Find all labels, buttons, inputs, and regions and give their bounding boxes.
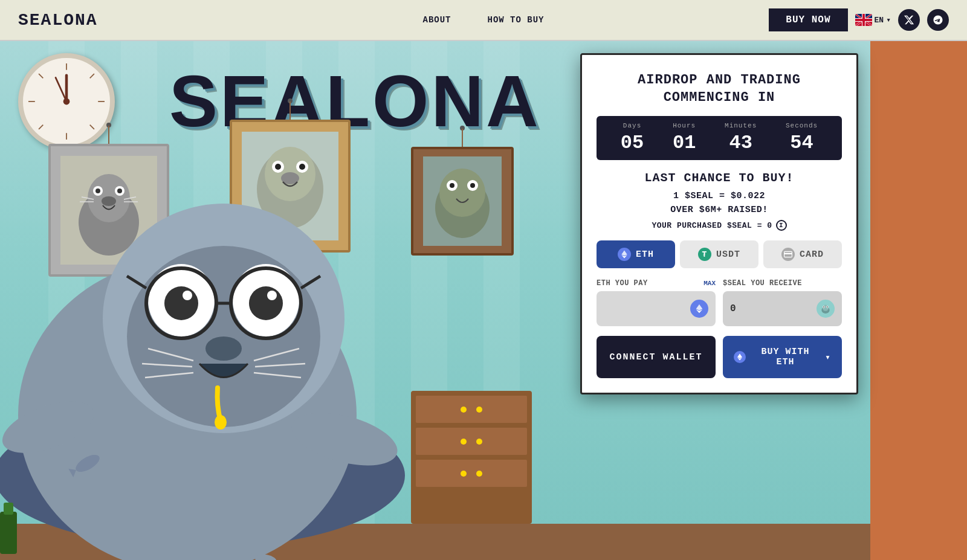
eth-icon [618,248,631,261]
eth-input-group: ETH you pay Max [597,279,716,326]
card-tab-label: CARD [800,249,824,260]
svg-point-86 [827,306,828,307]
seal-label-row: $SEAL you receive [723,279,842,288]
nav-about[interactable]: About [422,15,451,25]
seal-receive-label: $SEAL you receive [723,279,802,288]
card-icon [781,248,795,261]
dresser-knob [476,439,482,445]
svg-point-64 [205,336,242,361]
usdt-tab-label: USDT [716,249,740,260]
nav-links: About How To Buy [422,15,544,25]
seal-input-field: 0 [723,291,842,326]
buy-with-eth-button[interactable]: BUY WITH ETH ▾ [723,336,842,378]
seal-input-inner: 0 [730,300,835,318]
widget-title-line2: COMMENCING IN [597,89,842,107]
svg-point-60 [164,286,198,320]
widget-card: AIRDROP AND TRADING COMMENCING IN Days 0… [580,53,858,394]
minutes-label: Minutes [725,122,757,129]
seal-input-value: 0 [730,303,736,314]
hours-value: 01 [673,132,696,154]
buy-now-button[interactable]: BUY Now [769,8,847,31]
last-chance-text: LAST CHANCE TO BUY! [597,171,842,185]
chevron-down-icon: ▾ [886,15,891,25]
flag-icon [855,14,872,26]
eth-token-circle [690,300,708,318]
purchased-text: YOUR PURCHASED $SEAL = 0 i [597,220,842,231]
eth-tab-label: ETH [636,249,654,260]
navbar: SEALoNA About How To Buy BUY Now [0,0,967,41]
usdt-icon: ₮ [698,248,711,261]
buy-eth-icon [734,351,746,363]
tab-card[interactable]: CARD [763,240,842,268]
svg-point-61 [249,286,283,320]
svg-rect-79 [784,253,792,254]
eth-pay-label: ETH you pay [597,279,648,288]
chevron-down-icon: ▾ [825,352,831,363]
svg-line-16 [90,74,94,78]
tab-usdt[interactable]: ₮ USDT [680,240,758,268]
minutes-value: 43 [725,132,757,154]
countdown-hours: Hours 01 [673,122,696,154]
string-2 [289,101,291,120]
widget-title-line1: AIRDROP AND TRADING [597,72,842,89]
nav-right: BUY Now EN ▾ [769,8,949,31]
svg-point-65 [215,415,227,430]
logo: SEALoNA [18,11,98,30]
svg-line-20 [56,77,66,101]
main-scene: SEALoNA [0,41,967,560]
svg-point-62 [183,291,192,300]
svg-rect-10 [855,19,872,21]
countdown-timer: Days 05 Hours 01 Minutes 43 Seconds 54 [597,116,842,160]
svg-point-85 [823,306,824,307]
eth-input-inner [604,300,708,318]
tab-eth[interactable]: ETH [597,240,675,268]
connect-wallet-button[interactable]: CONNECT WALLET [597,336,716,378]
countdown-minutes: Minutes 43 [725,122,757,154]
svg-line-15 [39,74,43,78]
dresser-knob [476,471,482,477]
purchased-label: YOUR PURCHASED $SEAL = 0 [652,221,772,230]
telegram-icon[interactable] [927,9,949,31]
lang-label: EN [875,16,884,25]
eth-label-row: ETH you pay Max [597,279,716,288]
inputs-row: ETH you pay Max [597,279,842,326]
days-label: Days [621,122,644,129]
svg-rect-76 [0,512,17,554]
info-icon[interactable]: i [776,220,787,231]
buy-eth-label: BUY WITH ETH [751,347,820,367]
right-panel [870,41,967,560]
svg-point-21 [63,98,70,105]
seal-character [0,125,465,560]
action-buttons: CONNECT WALLET BUY WITH ETH ▾ [597,336,842,378]
nav-how-to-buy[interactable]: How To Buy [488,15,545,25]
svg-point-63 [267,291,277,300]
payment-tabs: ETH ₮ USDT CARD [597,240,842,268]
seal-input-group: $SEAL you receive 0 [723,279,842,326]
dresser-knob [476,407,482,413]
language-button[interactable]: EN ▾ [855,14,891,26]
price-text: 1 $SEAL = $0.022 [597,191,842,201]
twitter-icon[interactable] [898,9,920,31]
eth-input-field[interactable] [597,291,716,326]
max-button[interactable]: Max [703,280,716,287]
countdown-seconds: Seconds 54 [786,122,818,154]
seconds-label: Seconds [786,122,818,129]
hours-label: Hours [673,122,696,129]
countdown-days: Days 05 [621,122,644,154]
raised-text: OVER $6M+ RAISED! [597,205,842,215]
widget-title: AIRDROP AND TRADING COMMENCING IN [597,72,842,106]
seconds-value: 54 [786,132,818,154]
svg-point-48 [470,183,475,188]
days-value: 05 [621,132,644,154]
svg-rect-77 [4,503,13,515]
seal-token-circle [817,300,835,318]
